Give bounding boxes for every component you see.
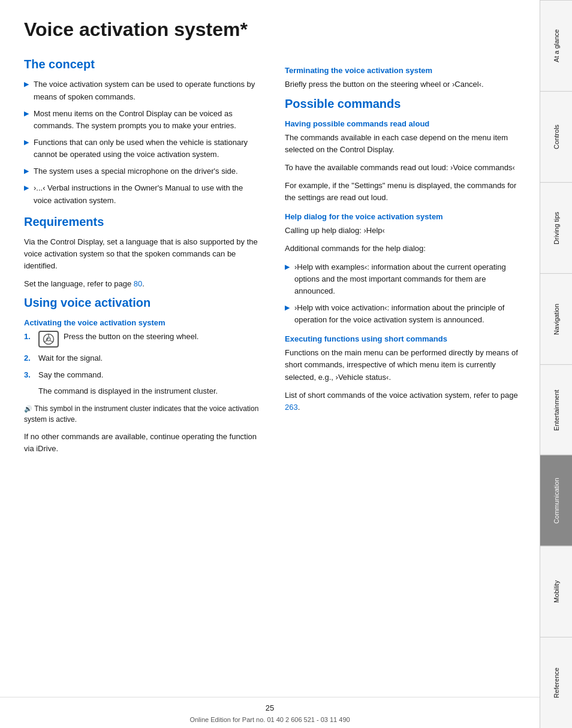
step-1: 1. 🎤 Press the button on the s [24, 331, 261, 348]
page-number: 25 [0, 703, 540, 712]
read-aloud-body-2: To have the available commands read out … [285, 162, 522, 174]
short-commands-page-link[interactable]: 263 [285, 403, 298, 412]
sidebar-tab-at-a-glance[interactable]: At a glance [540, 0, 572, 91]
left-column: The concept ▶ The voice activation syste… [24, 58, 261, 461]
read-aloud-body-1: The commands available in each case depe… [285, 132, 522, 156]
steering-wheel-icon: 🎤 [38, 331, 59, 348]
requirements-body-2: Set the language, refer to page 80. [24, 278, 261, 290]
section-heading-concept: The concept [24, 58, 261, 71]
concept-bullet-1: ▶ The voice activation system can be use… [24, 78, 261, 102]
svg-text:🎤: 🎤 [46, 336, 50, 341]
symbol-note-1: 🔊 This symbol in the instrument cluster … [24, 403, 261, 425]
subsection-help-dialog: Help dialog for the voice activation sys… [285, 212, 522, 221]
step3-note: The command is displayed in the instrume… [38, 385, 261, 397]
voice-active-icon: 🔊 [24, 405, 32, 412]
page-container: Voice activation system* The concept ▶ T… [0, 0, 572, 728]
right-column: Terminating the voice activation system … [285, 58, 522, 461]
bullet-arrow-icon: ▶ [24, 108, 29, 119]
page-title: Voice activation system* [24, 18, 522, 41]
concept-bullet-3: ▶ Functions that can only be used when t… [24, 137, 261, 161]
right-sidebar: At a glance Controls Driving tips Naviga… [540, 0, 572, 728]
footer-bar: 25 Online Edition for Part no. 01 40 2 6… [0, 697, 540, 728]
section-heading-using: Using voice activation [24, 296, 261, 310]
concept-bullet-5: ▶ ›...‹ Verbal instructions in the Owner… [24, 182, 261, 206]
section-heading-requirements: Requirements [24, 215, 261, 229]
bullet-arrow-icon: ▶ [24, 137, 29, 147]
step-2: 2. Wait for the signal. [24, 352, 261, 364]
sidebar-tab-navigation[interactable]: Navigation [540, 273, 572, 364]
two-column-layout: The concept ▶ The voice activation syste… [24, 58, 522, 461]
short-commands-body-1: Functions on the main menu can be perfor… [285, 347, 522, 383]
sidebar-tab-controls[interactable]: Controls [540, 91, 572, 182]
terminating-body: Briefly press the button on the steering… [285, 78, 522, 90]
main-content: Voice activation system* The concept ▶ T… [0, 0, 540, 728]
subsection-terminating: Terminating the voice activation system [285, 66, 522, 75]
activating-steps: 1. 🎤 Press the button on the s [24, 331, 261, 381]
bullet-arrow-icon: ▶ [285, 262, 290, 272]
subsection-read-aloud: Having possible commands read aloud [285, 119, 522, 128]
requirements-body-1: Via the Control Display, set a language … [24, 236, 261, 272]
sidebar-tab-reference[interactable]: Reference [540, 637, 572, 728]
requirements-page-link[interactable]: 80 [134, 279, 142, 288]
subsection-activating: Activating the voice activation system [24, 318, 261, 327]
bullet-arrow-icon: ▶ [24, 166, 29, 176]
concept-bullet-list: ▶ The voice activation system can be use… [24, 78, 261, 206]
section-heading-possible: Possible commands [285, 97, 522, 111]
concept-bullet-2: ▶ Most menu items on the Control Display… [24, 108, 261, 132]
sidebar-tab-communication[interactable]: Communication [540, 455, 572, 546]
help-dialog-bullets: ▶ ›Help with examples‹: information abou… [285, 261, 522, 327]
help-additional: Additional commands for the help dialog: [285, 243, 522, 255]
short-commands-body-2: List of short commands of the voice acti… [285, 389, 522, 413]
concept-bullet-4: ▶ The system uses a special microphone o… [24, 165, 261, 177]
help-bullet-2: ▶ ›Help with voice activation‹: informat… [285, 302, 522, 326]
step-3: 3. Say the command. [24, 369, 261, 381]
footer-text: Online Edition for Part no. 01 40 2 606 … [0, 716, 540, 723]
subsection-short-commands: Executing functions using short commands [285, 334, 522, 343]
sidebar-tab-entertainment[interactable]: Entertainment [540, 364, 572, 455]
sidebar-tab-driving-tips[interactable]: Driving tips [540, 182, 572, 273]
symbol-note-2: If no other commands are available, cont… [24, 431, 261, 455]
sidebar-tab-mobility[interactable]: Mobility [540, 546, 572, 637]
read-aloud-body-3: For example, if the "Settings" menu is d… [285, 180, 522, 204]
bullet-arrow-icon: ▶ [24, 183, 29, 193]
bullet-arrow-icon: ▶ [285, 303, 290, 313]
help-bullet-1: ▶ ›Help with examples‹: information abou… [285, 261, 522, 297]
help-calling-up: Calling up help dialog: ›Help‹ [285, 225, 522, 237]
bullet-arrow-icon: ▶ [24, 79, 29, 89]
